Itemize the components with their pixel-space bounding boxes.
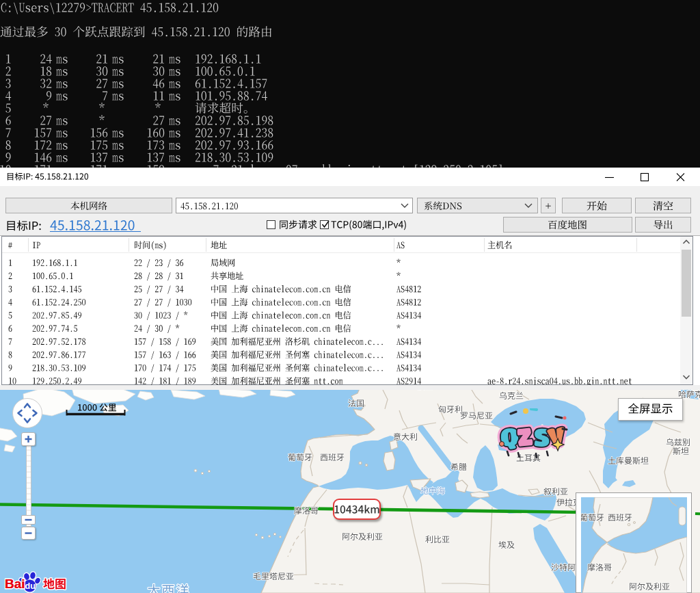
svg-text:du: du: [25, 581, 36, 591]
svg-text:Bai: Bai: [5, 577, 25, 591]
